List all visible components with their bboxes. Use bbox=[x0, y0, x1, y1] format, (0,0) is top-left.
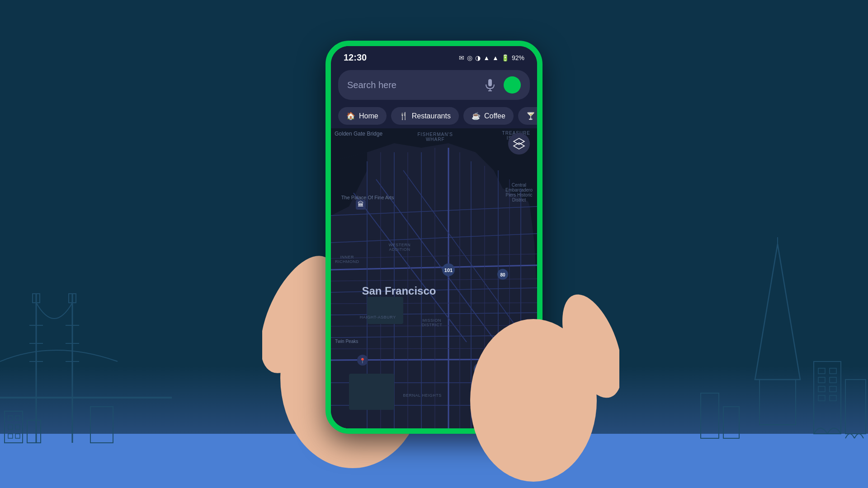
svg-marker-86 bbox=[514, 138, 524, 145]
phone: 12:30 ✉ ◎ ◑ ▲ ▲ 🔋 92% Search here bbox=[326, 41, 542, 434]
map-area[interactable]: 101 280 80 🏛 📍 bbox=[331, 128, 537, 428]
svg-text:80: 80 bbox=[500, 272, 505, 277]
svg-rect-26 bbox=[830, 368, 836, 374]
search-actions bbox=[482, 76, 521, 94]
status-time: 12:30 bbox=[344, 52, 367, 63]
svg-marker-87 bbox=[514, 143, 524, 149]
svg-rect-28 bbox=[830, 377, 836, 383]
microphone-icon[interactable] bbox=[482, 77, 498, 93]
search-input[interactable]: Search here bbox=[347, 80, 396, 90]
home-chip-icon: 🏠 bbox=[346, 112, 355, 120]
quick-actions: 🏠 Home 🍴 Restaurants ☕ Coffee 🍸 B... bbox=[331, 103, 537, 128]
gmail-icon: ✉ bbox=[459, 54, 464, 61]
svg-marker-20 bbox=[755, 244, 800, 380]
search-bar[interactable]: Search here bbox=[338, 70, 530, 100]
bar-chip-icon: 🍸 bbox=[526, 112, 535, 120]
svg-rect-34 bbox=[723, 407, 739, 438]
restaurants-chip[interactable]: 🍴 Restaurants bbox=[391, 107, 459, 125]
svg-rect-14 bbox=[8, 416, 13, 420]
wifi-icon: ▲ bbox=[483, 54, 490, 61]
svg-rect-15 bbox=[15, 416, 20, 420]
svg-rect-33 bbox=[701, 393, 719, 438]
svg-rect-25 bbox=[818, 368, 825, 374]
svg-rect-81 bbox=[349, 374, 394, 410]
svg-text:101: 101 bbox=[444, 267, 453, 273]
restaurants-chip-label: Restaurants bbox=[412, 112, 451, 120]
phone-screen: 12:30 ✉ ◎ ◑ ▲ ▲ 🔋 92% Search here bbox=[331, 46, 537, 428]
svg-rect-30 bbox=[830, 386, 836, 392]
tower-illustration bbox=[687, 235, 868, 452]
brightness-icon: ◑ bbox=[475, 54, 481, 61]
svg-text:🏛: 🏛 bbox=[358, 201, 364, 208]
status-bar: 12:30 ✉ ◎ ◑ ▲ ▲ 🔋 92% bbox=[331, 46, 537, 66]
svg-rect-27 bbox=[818, 377, 825, 383]
svg-rect-80 bbox=[367, 297, 403, 324]
phone-wrapper: 12:30 ✉ ◎ ◑ ▲ ▲ 🔋 92% Search here bbox=[307, 41, 561, 447]
signal-icon: ▲ bbox=[492, 54, 499, 61]
coffee-chip-label: Coffee bbox=[484, 112, 505, 120]
svg-rect-18 bbox=[8, 434, 13, 438]
svg-rect-17 bbox=[15, 425, 20, 429]
svg-text:📍: 📍 bbox=[359, 357, 366, 364]
svg-rect-22 bbox=[760, 380, 796, 425]
moon-illustration bbox=[90, 14, 149, 72]
svg-rect-40 bbox=[488, 79, 492, 86]
battery-percent: 92% bbox=[512, 54, 524, 61]
svg-rect-13 bbox=[90, 407, 113, 443]
svg-rect-29 bbox=[818, 386, 825, 392]
home-chip[interactable]: 🏠 Home bbox=[338, 107, 387, 125]
home-chip-label: Home bbox=[359, 112, 378, 120]
restaurants-chip-icon: 🍴 bbox=[399, 112, 408, 120]
svg-rect-16 bbox=[8, 425, 13, 429]
bridge-illustration bbox=[0, 271, 172, 452]
svg-rect-19 bbox=[15, 434, 20, 438]
svg-rect-12 bbox=[27, 420, 41, 443]
svg-rect-32 bbox=[830, 395, 836, 401]
svg-rect-31 bbox=[818, 395, 825, 401]
coffee-chip-icon: ☕ bbox=[472, 112, 481, 120]
user-avatar[interactable] bbox=[504, 76, 521, 94]
bar-chip[interactable]: 🍸 B... bbox=[518, 107, 537, 125]
coffee-chip[interactable]: ☕ Coffee bbox=[463, 107, 514, 125]
status-icons: ✉ ◎ ◑ ▲ ▲ 🔋 92% bbox=[459, 54, 524, 61]
location-icon: ◎ bbox=[467, 54, 472, 61]
svg-rect-24 bbox=[845, 380, 866, 434]
battery-icon: 🔋 bbox=[501, 54, 509, 61]
svg-text:280: 280 bbox=[476, 367, 484, 372]
layer-button[interactable] bbox=[508, 133, 530, 155]
svg-rect-23 bbox=[814, 361, 841, 434]
